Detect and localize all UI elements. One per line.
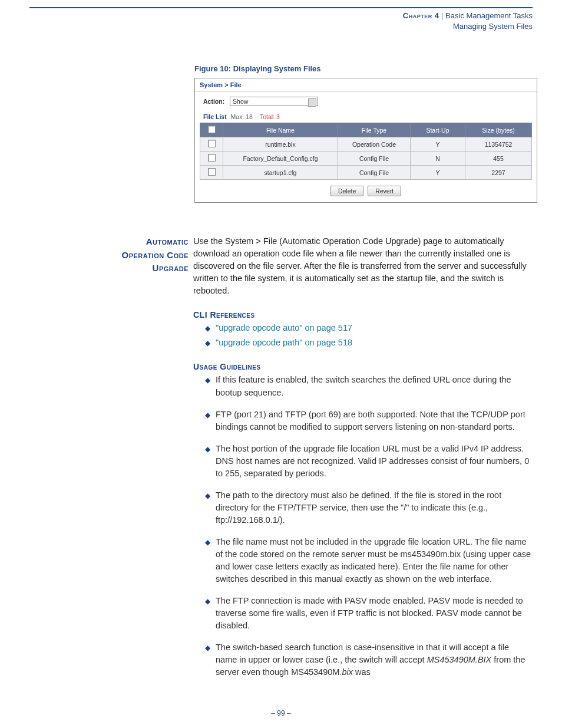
usage-item: The path to the directory must also be d… xyxy=(205,489,533,526)
usage-item: FTP (port 21) and TFTP (port 69) are bot… xyxy=(205,409,533,433)
usage-heading: Usage Guidelines xyxy=(193,362,533,371)
row-checkbox[interactable] xyxy=(208,140,216,147)
usage-item: The host portion of the upgrade file loc… xyxy=(205,443,533,480)
page-number: – 99 – xyxy=(0,709,562,717)
col-check[interactable] xyxy=(200,123,223,137)
cell-filename: runtime.bix xyxy=(223,137,338,151)
header-sep: | xyxy=(439,11,446,20)
running-header: Chapter 4 | Basic Management Tasks Manag… xyxy=(29,11,533,32)
cell-size: 2297 xyxy=(465,166,532,180)
cli-list: "upgrade opcode auto" on page 517 "upgra… xyxy=(193,322,533,349)
header-rule xyxy=(29,7,533,8)
filelist-label: File List xyxy=(203,113,227,120)
screenshot-panel: System > File Action: Show File List Max… xyxy=(194,78,537,203)
cell-filetype: Operation Code xyxy=(338,137,411,151)
cli-ref-link[interactable]: "upgrade opcode auto" on page 517 xyxy=(205,322,533,334)
cell-filetype: Config File xyxy=(338,166,411,180)
row-checkbox[interactable] xyxy=(208,168,216,176)
breadcrumb-system: System xyxy=(200,81,223,88)
cell-size: 455 xyxy=(465,151,532,166)
action-select[interactable]: Show xyxy=(230,97,318,106)
header-title: Basic Management Tasks xyxy=(445,11,533,20)
header-subtitle: Managing System Files xyxy=(453,22,533,31)
breadcrumb-file: File xyxy=(230,81,242,88)
table-row: Factory_Default_Config.cfg Config File N… xyxy=(200,151,532,166)
usage-item: The file name must not be included in th… xyxy=(205,536,533,585)
col-size: Size (bytes) xyxy=(465,123,532,137)
cell-filename: Factory_Default_Config.cfg xyxy=(223,151,338,166)
col-startup: Start-Up xyxy=(411,123,465,137)
usage-list: If this feature is enabled, the switch s… xyxy=(193,374,533,678)
cell-startup: Y xyxy=(411,137,465,151)
row-checkbox[interactable] xyxy=(208,154,216,162)
usage-item: The FTP connection is made with PASV mod… xyxy=(205,595,533,632)
breadcrumb: System > File xyxy=(195,78,537,92)
filelist-total: Total: 3 xyxy=(260,113,280,120)
checkbox-all[interactable] xyxy=(208,126,216,133)
col-filename: File Name xyxy=(223,123,338,137)
cell-filetype: Config File xyxy=(338,151,411,166)
table-row: runtime.bix Operation Code Y 11354752 xyxy=(200,137,532,151)
cell-size: 11354752 xyxy=(465,137,532,151)
action-row: Action: Show xyxy=(195,92,537,113)
cell-startup: Y xyxy=(411,166,465,180)
figure-caption: Figure 10: Displaying System Files xyxy=(194,64,533,73)
revert-button[interactable]: Revert xyxy=(368,186,401,196)
cell-filename: startup1.cfg xyxy=(223,166,338,180)
filelist-max: Max: 18 xyxy=(229,113,253,120)
file-table: File Name File Type Start-Up Size (bytes… xyxy=(200,123,532,180)
section-intro: Use the System > File (Automatic Operati… xyxy=(193,235,533,297)
col-filetype: File Type xyxy=(338,123,411,137)
chapter-label: Chapter 4 xyxy=(403,11,439,20)
usage-item: The switch-based search function is case… xyxy=(205,641,533,678)
section-sidehead: Automatic Operation Code Upgrade xyxy=(29,235,193,297)
button-row: Delete Revert xyxy=(195,186,537,202)
cli-heading: CLI References xyxy=(193,310,533,319)
delete-button[interactable]: Delete xyxy=(330,186,363,196)
table-row: startup1.cfg Config File Y 2297 xyxy=(200,166,532,180)
filelist-meta: File List Max: 18Total: 3 xyxy=(195,113,537,123)
usage-item: If this feature is enabled, the switch s… xyxy=(205,374,533,398)
action-label: Action: xyxy=(203,98,224,105)
cell-startup: N xyxy=(411,151,465,166)
cli-ref-link[interactable]: "upgrade opcode path" on page 518 xyxy=(205,337,533,349)
